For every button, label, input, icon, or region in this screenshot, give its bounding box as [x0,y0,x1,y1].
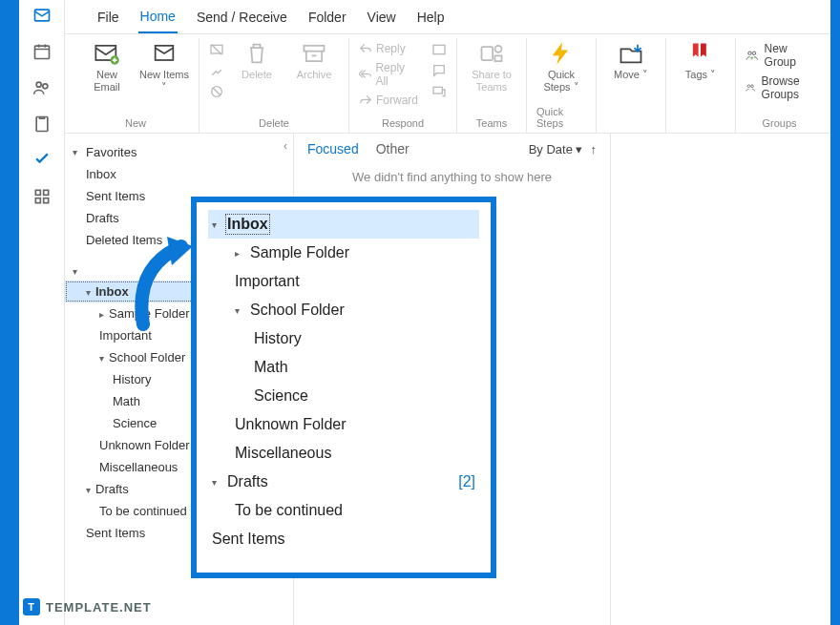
svg-rect-7 [35,198,40,203]
svg-rect-1 [34,46,49,58]
new-items-button[interactable]: New Items ˅ [139,40,189,94]
svg-point-2 [36,82,41,87]
tags-button[interactable]: Tags ˅ [676,40,725,81]
calendar-icon[interactable] [32,42,52,61]
ov-drafts[interactable]: ▾Drafts[2] [208,468,479,496]
move-button[interactable]: Move ˅ [606,40,656,81]
sort-direction-icon[interactable]: ↑ [591,142,598,156]
svg-point-18 [495,46,502,52]
group-label-respond: Respond [382,117,424,133]
empty-message: We didn't find anything to show here [307,170,597,184]
ov-science[interactable]: Science [208,382,479,410]
callout-overlay: ▾Inbox ▸Sample Folder Important ▾School … [191,197,496,578]
focused-tab[interactable]: Focused [307,141,359,156]
svg-point-19 [748,52,751,54]
collapse-folderpane-icon[interactable]: ‹ [284,139,287,153]
archive-button[interactable]: Archive [289,40,339,81]
ov-important[interactable]: Important [208,267,479,296]
watermark-badge-icon: T [23,598,40,615]
svg-rect-8 [43,198,48,203]
ov-history[interactable]: History [208,324,479,353]
group-label-teams: Teams [476,117,507,133]
ov-unknown[interactable]: Unknown Folder [208,410,479,439]
tab-file[interactable]: File [95,2,121,32]
sort-button[interactable]: By Date ▾ [529,142,583,156]
other-tab[interactable]: Other [376,141,410,156]
ov-tbc[interactable]: To be continued [208,496,479,525]
group-label-quicksteps: Quick Steps [536,106,586,133]
svg-rect-5 [35,190,40,195]
tasks-icon[interactable] [32,115,52,134]
new-email-button[interactable]: New Email [82,40,132,94]
forward-button[interactable]: Forward [359,92,418,109]
group-label-groups: Groups [762,117,796,133]
svg-point-20 [752,52,755,54]
svg-point-3 [42,84,47,89]
tab-help[interactable]: Help [415,2,447,32]
junk-icon[interactable] [209,82,224,101]
svg-point-21 [747,85,750,88]
todo-icon[interactable] [32,151,52,170]
ov-inbox[interactable]: ▾Inbox [208,210,479,239]
svg-point-22 [751,85,754,88]
new-group-button[interactable]: New Group [746,40,813,71]
group-label-new: New [125,117,146,133]
tab-folder[interactable]: Folder [306,2,348,32]
fav-inbox[interactable]: Inbox [65,163,293,185]
ribbon: New Email New Items ˅ New [65,34,830,134]
ov-math[interactable]: Math [208,353,479,382]
delete-button[interactable]: Delete [232,40,282,81]
reading-pane [611,134,830,625]
tab-view[interactable]: View [366,2,398,32]
ignore-icon[interactable] [209,40,224,59]
replyall-button[interactable]: Reply All [359,59,418,90]
svg-rect-16 [433,87,442,94]
svg-rect-15 [433,45,445,53]
meeting-icon[interactable] [431,40,447,59]
more-respond-icon[interactable] [431,82,447,101]
svg-rect-14 [304,46,325,52]
reply-button[interactable]: Reply [359,40,418,57]
app-rail [19,0,65,625]
tab-sendreceive[interactable]: Send / Receive [195,2,289,32]
ov-school[interactable]: ▾School Folder [208,296,479,324]
ov-sample[interactable]: ▸Sample Folder [208,239,479,267]
cleanup-icon[interactable] [209,61,224,80]
people-icon[interactable] [32,78,52,97]
watermark: T TEMPLATE.NET [23,598,152,615]
favorites-header[interactable]: ▾Favorites [65,141,293,163]
ov-sent[interactable]: Sent Items [208,525,479,553]
group-label-delete: Delete [259,117,289,133]
browse-groups-button[interactable]: Browse Groups [746,73,813,103]
tab-home[interactable]: Home [138,1,178,33]
more-apps-icon[interactable] [32,187,52,206]
ov-misc[interactable]: Miscellaneous [208,439,479,468]
im-icon[interactable] [431,61,447,80]
svg-rect-17 [482,47,494,60]
mail-icon[interactable] [32,6,52,25]
svg-rect-6 [43,190,48,195]
share-teams-button[interactable]: Share to Teams [467,40,516,94]
quick-steps-button[interactable]: Quick Steps ˅ [536,40,586,94]
ribbon-tabs: File Home Send / Receive Folder View Hel… [65,0,830,34]
